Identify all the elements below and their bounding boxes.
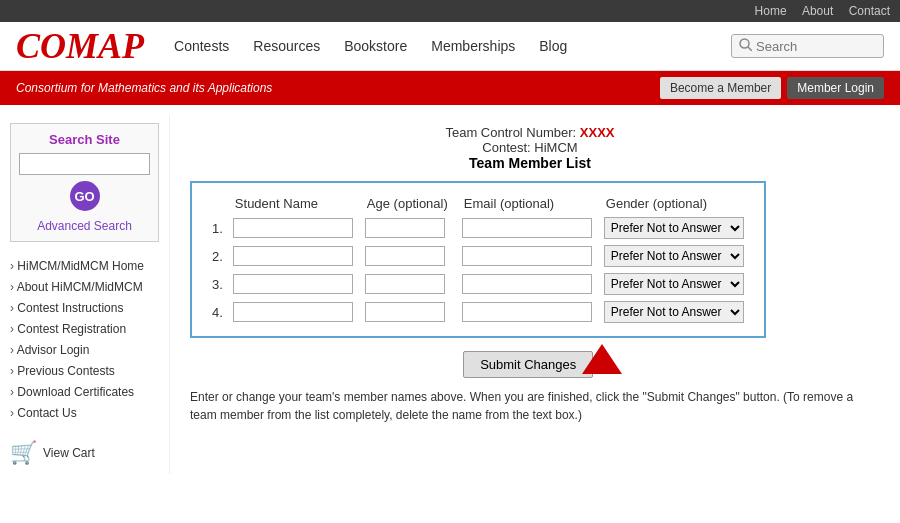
nav-blog[interactable]: Blog [539, 38, 567, 54]
search-box [731, 34, 884, 58]
row-2-gender-cell: Prefer Not to Answer Male Female Non-bin… [598, 242, 750, 270]
svg-marker-2 [582, 344, 622, 374]
row-3-name-input[interactable] [233, 274, 353, 294]
row-4-gender-cell: Prefer Not to Answer Male Female Non-bin… [598, 298, 750, 326]
svg-line-1 [748, 47, 752, 51]
sidebar: Search Site GO Advanced Search HiMCM/Mid… [0, 115, 170, 474]
sidebar-item-contest-instructions[interactable]: Contest Instructions [10, 301, 123, 315]
row-1-email-input[interactable] [462, 218, 592, 238]
banner-buttons: Become a Member Member Login [660, 77, 884, 99]
row-3-num: 3. [206, 270, 227, 298]
submit-changes-button[interactable]: Submit Changes [463, 351, 593, 378]
row-2-email-cell [456, 242, 598, 270]
sidebar-item-download-certificates[interactable]: Download Certificates [10, 385, 134, 399]
row-1-num: 1. [206, 214, 227, 242]
instructions: Enter or change your team's member names… [190, 388, 870, 424]
row-4-email-cell [456, 298, 598, 326]
svg-point-0 [740, 39, 749, 48]
control-number-value: XXXX [580, 125, 615, 140]
nav-contests[interactable]: Contests [174, 38, 229, 54]
main-header: COMAP Contests Resources Bookstore Membe… [0, 22, 900, 71]
row-3-email-input[interactable] [462, 274, 592, 294]
search-icon [739, 38, 752, 54]
col-age-header: Age (optional) [359, 193, 456, 214]
sidebar-item-previous-contests[interactable]: Previous Contests [10, 364, 115, 378]
sidebar-item-contact-us[interactable]: Contact Us [10, 406, 77, 420]
nav-resources[interactable]: Resources [253, 38, 320, 54]
row-2-name-input[interactable] [233, 246, 353, 266]
search-input[interactable] [756, 39, 876, 54]
logo-text: COMAP [16, 26, 144, 66]
sidebar-nav: HiMCM/MidMCM Home About HiMCM/MidMCM Con… [10, 258, 159, 420]
logo: COMAP [16, 28, 144, 64]
team-list-title: Team Member List [190, 155, 870, 171]
row-4-name-cell [227, 298, 359, 326]
nav-memberships[interactable]: Memberships [431, 38, 515, 54]
nav-bookstore[interactable]: Bookstore [344, 38, 407, 54]
cart-icon: 🛒 [10, 440, 37, 466]
main-content: Team Control Number: XXXX Contest: HiMCM… [170, 115, 900, 474]
col-name-header: Student Name [227, 193, 359, 214]
row-3-name-cell [227, 270, 359, 298]
red-banner: Consortium for Mathematics and its Appli… [0, 71, 900, 105]
control-number-label: Team Control Number: [445, 125, 576, 140]
top-nav-contact[interactable]: Contact [849, 4, 890, 18]
row-1-age-input[interactable] [365, 218, 445, 238]
row-2-age-input[interactable] [365, 246, 445, 266]
row-2-email-input[interactable] [462, 246, 592, 266]
row-2-num: 2. [206, 242, 227, 270]
control-info: Team Control Number: XXXX Contest: HiMCM… [190, 125, 870, 171]
row-4-name-input[interactable] [233, 302, 353, 322]
row-2-name-cell [227, 242, 359, 270]
banner-text: Consortium for Mathematics and its Appli… [16, 81, 272, 95]
row-1-gender-select[interactable]: Prefer Not to Answer Male Female Non-bin… [604, 217, 744, 239]
top-nav-about[interactable]: About [802, 4, 833, 18]
row-2-age-cell [359, 242, 456, 270]
main-nav: Contests Resources Bookstore Memberships… [174, 38, 731, 54]
table-row: 4. Prefer Not to Answer Male Female Non-… [206, 298, 750, 326]
row-3-gender-cell: Prefer Not to Answer Male Female Non-bin… [598, 270, 750, 298]
row-1-age-cell [359, 214, 456, 242]
red-arrow-icon [577, 339, 627, 379]
advanced-search-link[interactable]: Advanced Search [19, 219, 150, 233]
search-site-box: Search Site GO Advanced Search [10, 123, 159, 242]
row-1-gender-cell: Prefer Not to Answer Male Female Non-bin… [598, 214, 750, 242]
search-site-title: Search Site [19, 132, 150, 147]
row-4-num: 4. [206, 298, 227, 326]
member-login-button[interactable]: Member Login [787, 77, 884, 99]
cart-link[interactable]: View Cart [43, 446, 95, 460]
col-num-header [206, 193, 227, 214]
row-1-name-input[interactable] [233, 218, 353, 238]
go-button[interactable]: GO [70, 181, 100, 211]
logo-area: COMAP [16, 28, 144, 64]
sidebar-search-input[interactable] [19, 153, 150, 175]
table-row: 3. Prefer Not to Answer Male Female Non-… [206, 270, 750, 298]
top-bar: Home About Contact [0, 0, 900, 22]
sidebar-item-himcm-home[interactable]: HiMCM/MidMCM Home [10, 259, 144, 273]
content-area: Search Site GO Advanced Search HiMCM/Mid… [0, 105, 900, 484]
sidebar-item-about-himcm[interactable]: About HiMCM/MidMCM [10, 280, 143, 294]
col-gender-header: Gender (optional) [598, 193, 750, 214]
team-table: Student Name Age (optional) Email (optio… [206, 193, 750, 326]
cart-area: 🛒 View Cart [10, 440, 159, 466]
row-1-name-cell [227, 214, 359, 242]
row-4-gender-select[interactable]: Prefer Not to Answer Male Female Non-bin… [604, 301, 744, 323]
row-4-age-cell [359, 298, 456, 326]
team-table-wrap: Student Name Age (optional) Email (optio… [190, 181, 766, 338]
sidebar-item-advisor-login[interactable]: Advisor Login [10, 343, 89, 357]
row-4-email-input[interactable] [462, 302, 592, 322]
become-member-button[interactable]: Become a Member [660, 77, 781, 99]
row-3-age-cell [359, 270, 456, 298]
top-nav-home[interactable]: Home [755, 4, 787, 18]
row-2-gender-select[interactable]: Prefer Not to Answer Male Female Non-bin… [604, 245, 744, 267]
row-3-age-input[interactable] [365, 274, 445, 294]
col-email-header: Email (optional) [456, 193, 598, 214]
submit-row: Submit Changes [190, 351, 870, 378]
table-row: 2. Prefer Not to Answer Male Female Non-… [206, 242, 750, 270]
row-3-gender-select[interactable]: Prefer Not to Answer Male Female Non-bin… [604, 273, 744, 295]
contest-name: Contest: HiMCM [190, 140, 870, 155]
row-3-email-cell [456, 270, 598, 298]
row-1-email-cell [456, 214, 598, 242]
row-4-age-input[interactable] [365, 302, 445, 322]
sidebar-item-contest-registration[interactable]: Contest Registration [10, 322, 126, 336]
